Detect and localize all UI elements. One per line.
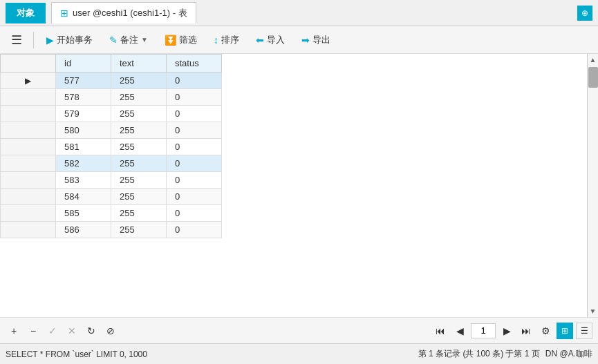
page-prev-button[interactable]: ◀ — [451, 323, 468, 339]
cell-id[interactable]: 583 — [56, 172, 111, 189]
import-icon: ⬅ — [256, 35, 264, 46]
table-scroll-area[interactable]: id text status ▶577255057825505792550580… — [0, 54, 587, 317]
table-row[interactable]: 5782550 — [1, 89, 222, 106]
right-scrollbar[interactable]: ▲ ▼ — [587, 54, 598, 317]
cell-text[interactable]: 255 — [111, 222, 167, 238]
cell-status[interactable]: 0 — [167, 73, 222, 89]
page-number-input[interactable] — [471, 323, 496, 338]
cell-status[interactable]: 0 — [167, 122, 222, 139]
cell-status[interactable]: 0 — [167, 139, 222, 155]
filter-button[interactable]: ⏬ 筛选 — [158, 31, 204, 49]
scroll-thumb[interactable] — [588, 67, 598, 88]
sql-text: SELECT * FROM `user` LIMIT 0, 1000 — [6, 349, 147, 359]
tab-objects[interactable]: 对象 — [6, 3, 46, 23]
cell-status[interactable]: 0 — [167, 222, 222, 238]
import-button[interactable]: ⬅ 导入 — [249, 31, 292, 49]
cell-id[interactable]: 578 — [56, 89, 111, 106]
table-row[interactable]: 5832550 — [1, 172, 222, 189]
table-row[interactable]: 5812550 — [1, 139, 222, 155]
comment-button[interactable]: ✎ 备注 ▼ — [102, 31, 155, 49]
remove-row-button[interactable]: − — [25, 323, 41, 339]
cancel-button[interactable]: ✕ — [64, 323, 80, 339]
add-row-button[interactable]: + — [6, 323, 22, 339]
export-button[interactable]: ➡ 导出 — [295, 31, 337, 49]
table-container: id text status ▶577255057825505792550580… — [0, 54, 598, 317]
table-row[interactable]: 5822550 — [1, 155, 222, 172]
sort-button[interactable]: ↕ 排序 — [207, 31, 246, 49]
row-marker — [1, 189, 56, 205]
table-row[interactable]: ▶5772550 — [1, 73, 222, 89]
cell-text[interactable]: 255 — [111, 106, 167, 122]
table-icon: ⊞ — [60, 8, 68, 19]
cell-status[interactable]: 0 — [167, 89, 222, 106]
row-arrow-icon: ▶ — [25, 76, 31, 86]
cell-status[interactable]: 0 — [167, 155, 222, 172]
table-row[interactable]: 5852550 — [1, 205, 222, 222]
begin-transaction-button[interactable]: ▶ 开始事务 — [39, 31, 100, 49]
status-bar: SELECT * FROM `user` LIMIT 0, 1000 第 1 条… — [0, 343, 598, 364]
import-label: 导入 — [267, 34, 285, 46]
list-view-button[interactable]: ☰ — [576, 323, 592, 339]
stop-button[interactable]: ⊘ — [102, 323, 119, 339]
export-icon: ➡ — [301, 35, 310, 46]
row-marker — [1, 222, 56, 238]
title-bar: 对象 ⊞ user @ceshi1 (ceshi1-1) - 表 ⊕ — [0, 0, 598, 26]
scroll-down-icon[interactable]: ▼ — [588, 305, 598, 317]
row-marker — [1, 122, 56, 139]
cell-text[interactable]: 255 — [111, 139, 167, 155]
pagination-area: ⏮ ◀ ▶ ⏭ ⚙ — [432, 323, 554, 339]
refresh-button[interactable]: ↻ — [83, 323, 100, 339]
comment-icon: ✎ — [109, 35, 118, 46]
menu-icon[interactable]: ☰ — [6, 30, 28, 50]
table-row[interactable]: 5842550 — [1, 189, 222, 205]
sort-icon: ↕ — [214, 35, 218, 46]
confirm-button[interactable]: ✓ — [44, 323, 61, 339]
cell-text[interactable]: 255 — [111, 155, 167, 172]
cell-id[interactable]: 580 — [56, 122, 111, 139]
data-table: id text status ▶577255057825505792550580… — [0, 54, 222, 238]
row-marker — [1, 139, 56, 155]
record-info: 第 1 条记录 (共 100 条) 于第 1 页 — [418, 348, 540, 360]
cell-text[interactable]: 255 — [111, 122, 167, 139]
page-next-button[interactable]: ▶ — [498, 323, 515, 339]
server-info: DN @A.咖啡 — [545, 348, 592, 360]
cell-status[interactable]: 0 — [167, 205, 222, 222]
row-marker — [1, 155, 56, 172]
page-last-button[interactable]: ⏭ — [518, 323, 534, 339]
tab-table[interactable]: ⊞ user @ceshi1 (ceshi1-1) - 表 — [51, 2, 196, 23]
cell-id[interactable]: 582 — [56, 155, 111, 172]
cell-status[interactable]: 0 — [167, 172, 222, 189]
table-row[interactable]: 5792550 — [1, 106, 222, 122]
page-settings-button[interactable]: ⚙ — [537, 323, 554, 339]
cell-text[interactable]: 255 — [111, 172, 167, 189]
cell-text[interactable]: 255 — [111, 189, 167, 205]
comment-label: 备注 — [120, 34, 138, 46]
cell-id[interactable]: 584 — [56, 189, 111, 205]
cell-status[interactable]: 0 — [167, 106, 222, 122]
toolbar: ☰ ▶ 开始事务 ✎ 备注 ▼ ⏬ 筛选 ↕ 排序 ⬅ 导入 ➡ 导出 — [0, 26, 598, 54]
cell-id[interactable]: 586 — [56, 222, 111, 238]
cell-text[interactable]: 255 — [111, 73, 167, 89]
cell-text[interactable]: 255 — [111, 205, 167, 222]
cell-text[interactable]: 255 — [111, 89, 167, 106]
col-header-text[interactable]: text — [111, 55, 167, 73]
scroll-up-icon[interactable]: ▲ — [588, 54, 598, 66]
cell-id[interactable]: 581 — [56, 139, 111, 155]
corner-icon[interactable]: ⊕ — [577, 6, 592, 21]
col-header-status[interactable]: status — [167, 55, 222, 73]
cell-status[interactable]: 0 — [167, 189, 222, 205]
row-marker — [1, 172, 56, 189]
table-row[interactable]: 5862550 — [1, 222, 222, 238]
transaction-icon: ▶ — [46, 35, 54, 46]
row-marker-header — [1, 55, 56, 73]
cell-id[interactable]: 585 — [56, 205, 111, 222]
sort-label: 排序 — [221, 34, 239, 46]
cell-id[interactable]: 579 — [56, 106, 111, 122]
grid-view-button[interactable]: ⊞ — [557, 323, 573, 339]
export-label: 导出 — [312, 34, 330, 46]
cell-id[interactable]: 577 — [56, 73, 111, 89]
table-row[interactable]: 5802550 — [1, 122, 222, 139]
page-first-button[interactable]: ⏮ — [432, 323, 449, 339]
comment-arrow-icon: ▼ — [141, 36, 148, 44]
col-header-id[interactable]: id — [56, 55, 111, 73]
